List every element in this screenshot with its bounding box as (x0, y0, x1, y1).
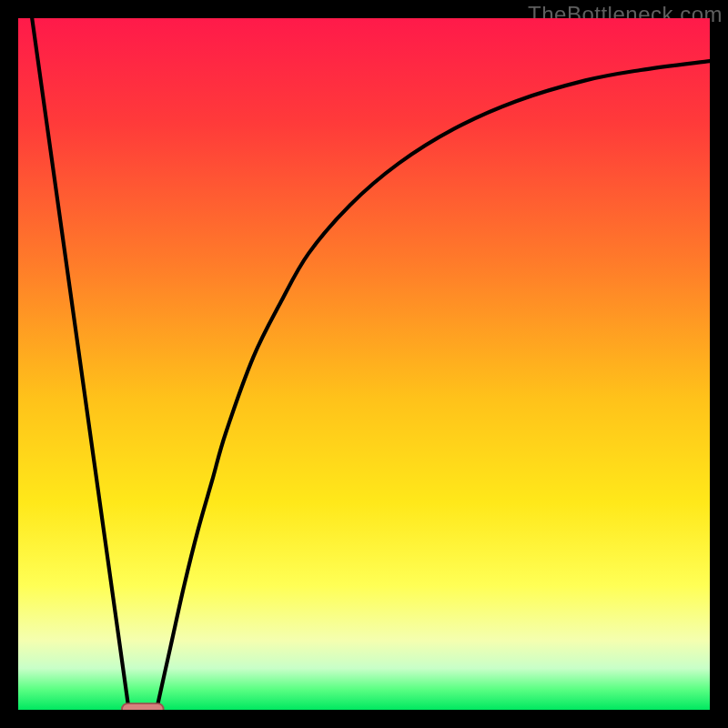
optimal-point-marker (122, 703, 164, 710)
bottleneck-plot (18, 18, 710, 710)
gradient-background (18, 18, 710, 710)
chart-frame: TheBottleneck.com (0, 0, 728, 728)
